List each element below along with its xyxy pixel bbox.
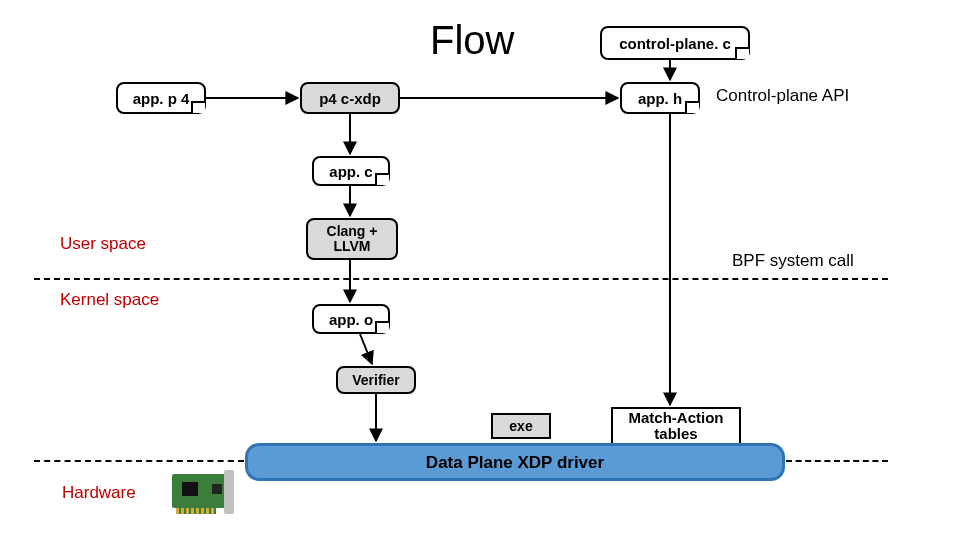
node-clang-llvm: Clang + LLVM [306,218,398,260]
label-hardware: Hardware [62,483,136,503]
divider-kernel-hardware-left [34,460,244,462]
node-app-c: app. c [312,156,390,186]
node-app-p4: app. p 4 [116,82,206,114]
diagram-title: Flow [430,18,514,63]
hardware-nic-icon [172,470,242,514]
node-data-plane-driver: Data Plane XDP driver [245,443,785,481]
label-kernel-space: Kernel space [60,290,159,310]
node-match-action-tables: Match-Action tables [611,407,741,445]
node-app-h: app. h [620,82,700,114]
label-control-plane-api: Control-plane API [716,86,849,106]
divider-kernel-hardware-right [786,460,888,462]
svg-line-6 [360,334,372,364]
label-bpf-system-call: BPF system call [732,251,854,271]
node-app-o: app. o [312,304,390,334]
driver-label: Data Plane XDP driver [426,453,604,473]
label-user-space: User space [60,234,146,254]
node-exe: exe [491,413,551,439]
node-p4c-xdp: p4 c-xdp [300,82,400,114]
node-control-plane-c: control-plane. c [600,26,750,60]
divider-user-kernel [34,278,888,280]
node-verifier: Verifier [336,366,416,394]
